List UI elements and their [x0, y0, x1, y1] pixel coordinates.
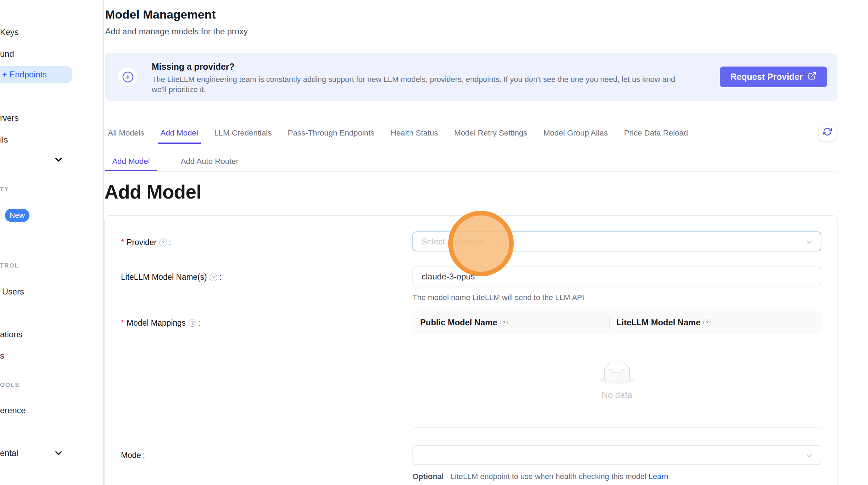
help-icon[interactable]: ? — [189, 319, 196, 327]
mode-helper: Optional - LiteLLM endpoint to use when … — [412, 472, 668, 481]
mode-select[interactable] — [412, 445, 821, 465]
tab-all-models[interactable]: All Models — [105, 124, 147, 144]
sidebar-item-ils[interactable]: ils — [0, 133, 8, 146]
required-asterisk: * — [121, 318, 124, 328]
help-icon[interactable]: ? — [210, 273, 217, 281]
column-public-model-name: Public Model Name ? — [412, 318, 610, 327]
model-mappings-table: Public Model Name ? LiteLLM Model Name ?… — [412, 311, 821, 428]
help-icon[interactable]: ? — [500, 319, 508, 326]
provider-select-input[interactable] — [413, 232, 821, 251]
subtab-add-auto-router[interactable]: Add Auto Router — [174, 153, 246, 171]
sidebar-section-tools: OOLS — [0, 380, 20, 390]
add-model-heading: Add Model — [104, 181, 201, 203]
sidebar-section-ty: TY — [0, 185, 9, 194]
sidebar-experimental-chevron[interactable] — [53, 448, 64, 458]
sidebar-item-organizations[interactable]: ations — [0, 328, 22, 341]
sidebar-item-keys[interactable]: Keys — [0, 26, 19, 39]
table-header-row: Public Model Name ? LiteLLM Model Name ? — [412, 311, 821, 334]
missing-provider-banner: Missing a provider? The LiteLLM engineer… — [105, 53, 838, 101]
tab-llm-credentials[interactable]: LLM Credentials — [211, 124, 274, 144]
help-icon[interactable]: ? — [703, 319, 711, 326]
banner-title: Missing a provider? — [152, 62, 234, 72]
model-name-label: LiteLLM Model Name(s) ? : — [121, 272, 221, 282]
subtab-add-model[interactable]: Add Model — [105, 153, 157, 171]
model-management-page: Keys und + Endpoints rvers ils TY New TR… — [0, 0, 868, 485]
add-model-form-card: * Provider ? : LiteLLM Model Name(s) ? :… — [104, 215, 838, 485]
provider-label: * Provider ? : — [121, 237, 171, 247]
tab-model-retry-settings[interactable]: Model Retry Settings — [451, 124, 530, 144]
required-asterisk: * — [121, 237, 124, 247]
external-link-icon — [808, 71, 816, 82]
sidebar-collapse-row[interactable] — [53, 154, 64, 165]
tab-health-status[interactable]: Health Status — [388, 124, 441, 144]
banner-description-line1: The LiteLLM engineering team is constant… — [152, 75, 675, 84]
provider-select[interactable] — [412, 231, 821, 251]
sidebar-new-badge[interactable]: New — [5, 209, 29, 222]
sidebar-item-experimental[interactable]: ental — [0, 447, 18, 459]
sidebar-item-servers[interactable]: rvers — [0, 112, 19, 124]
model-name-field[interactable] — [412, 266, 821, 286]
chevron-down-icon — [805, 451, 814, 460]
no-data-text: No data — [602, 390, 633, 400]
chevron-down-icon — [53, 160, 64, 166]
column-divider — [609, 316, 610, 329]
sidebar-item-users[interactable]: Users — [2, 285, 24, 298]
sidebar-item-models-endpoints[interactable]: + Endpoints — [0, 66, 72, 83]
sidebar-section-trol: TROL — [0, 261, 19, 271]
page-title: Model Management — [105, 8, 216, 21]
empty-state: No data — [412, 334, 821, 427]
sidebar-item-s[interactable]: s — [0, 349, 4, 362]
chevron-down-icon — [805, 238, 814, 247]
column-litellm-model-name: LiteLLM Model Name ? — [610, 318, 711, 327]
model-tabs: All Models Add Model LLM Credentials Pas… — [105, 124, 838, 144]
tab-add-model[interactable]: Add Model — [158, 124, 201, 144]
page-subtitle: Add and manage models for the proxy — [105, 27, 248, 36]
empty-inbox-icon — [600, 361, 635, 385]
mode-label: Mode : — [121, 451, 145, 460]
model-name-input[interactable] — [413, 267, 821, 286]
sidebar: Keys und + Endpoints rvers ils TY New TR… — [0, 0, 104, 485]
banner-description-line2: we'll prioritize it. — [152, 85, 206, 94]
learn-link[interactable]: Learn — [649, 472, 668, 481]
sidebar-item-playground[interactable]: und — [0, 48, 14, 60]
plus-circle-icon — [118, 68, 137, 86]
model-mappings-label: * Model Mappings ? : — [121, 318, 200, 328]
tab-pass-through-endpoints[interactable]: Pass-Through Endpoints — [285, 124, 377, 144]
help-icon[interactable]: ? — [159, 238, 167, 246]
tab-price-data-reload[interactable]: Price Data Reload — [621, 124, 691, 144]
mode-select-input[interactable] — [413, 446, 821, 464]
chevron-down-icon — [53, 453, 64, 459]
model-name-helper: The model name LiteLLM will send to the … — [412, 293, 584, 302]
sidebar-item-erence[interactable]: erence — [0, 404, 26, 417]
refresh-icon — [823, 127, 832, 138]
tab-model-group-alias[interactable]: Model Group Alias — [541, 124, 611, 144]
refresh-button[interactable] — [819, 124, 836, 141]
request-provider-button[interactable]: Request Provider — [720, 67, 827, 87]
add-model-subtabs: Add Model Add Auto Router — [105, 153, 838, 172]
